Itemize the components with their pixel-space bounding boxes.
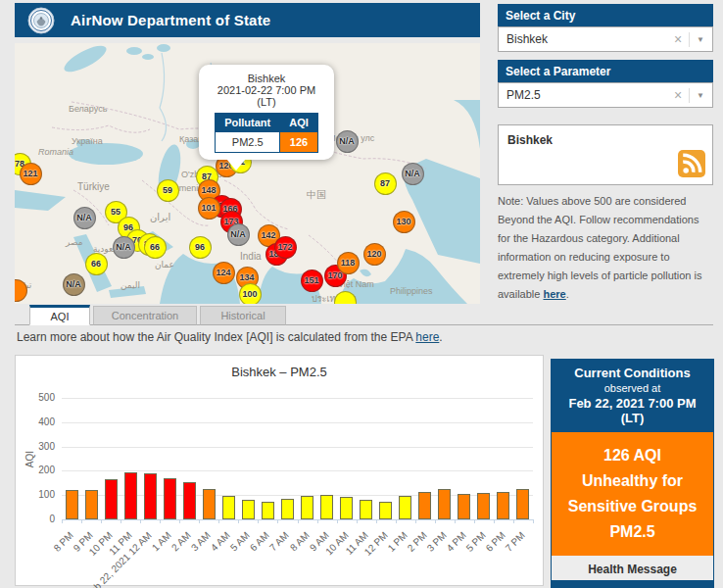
chart-bar[interactable] <box>516 489 529 519</box>
aqi-map[interactable]: БеларусьУкраїнаRomaniaҚазақстанTürkiyeO'… <box>15 43 480 304</box>
chart-bar[interactable] <box>438 489 451 519</box>
cc-pollutant: PM2.5 <box>557 519 707 545</box>
aqi-marker[interactable]: 66 <box>85 253 108 275</box>
popup-datetime: 2021-02-22 7:00 PM <box>203 84 330 96</box>
aqi-marker[interactable]: N/A <box>402 163 424 185</box>
app-title: AirNow Department of State <box>71 12 270 28</box>
x-axis-tick <box>533 519 534 523</box>
aqi-marker[interactable]: 100 <box>239 283 262 305</box>
x-axis-tick <box>277 519 278 523</box>
chart-panel: Bishkek – PM2.5 AQI 01002003004005008 PM… <box>15 355 544 586</box>
aqi-marker[interactable]: 87 <box>374 172 397 195</box>
learn-more: Learn more about how the Air Quality Ind… <box>17 330 443 344</box>
aqi-marker[interactable]: 101 <box>198 197 220 220</box>
cc-footer-bar <box>552 580 713 588</box>
chart-bar[interactable] <box>85 490 98 519</box>
cc-datetime: Feb 22, 2021 7:00 PM (LT) <box>555 396 709 425</box>
divider <box>689 88 690 103</box>
rss-icon[interactable] <box>678 150 705 177</box>
x-axis-tick <box>160 519 161 523</box>
chart-bar[interactable] <box>105 479 118 519</box>
note-link[interactable]: here <box>543 288 565 300</box>
health-message-title: Health Message <box>552 556 713 576</box>
x-axis-tick <box>199 519 200 523</box>
x-axis-tick <box>81 519 82 523</box>
aqi-value-cell: 126 <box>280 132 318 153</box>
popup-timezone: (LT) <box>203 96 330 108</box>
x-axis-tick <box>337 519 338 523</box>
chart-bar[interactable] <box>164 478 176 519</box>
y-axis-tick-label: 500 <box>18 392 55 403</box>
chart-bar[interactable] <box>183 482 196 519</box>
chart-bar[interactable] <box>66 490 78 519</box>
chart-bar[interactable] <box>497 492 509 519</box>
note-text: Note: Values above 500 are considered Be… <box>498 195 702 300</box>
x-axis-tick <box>415 519 416 523</box>
epa-link[interactable]: here <box>415 330 439 344</box>
parameter-select-value: PM2.5 <box>506 88 541 102</box>
tab-aqi[interactable]: AQI <box>29 305 90 325</box>
aqi-marker[interactable]: 121 <box>20 163 42 185</box>
parameter-caret-icon[interactable]: ▼ <box>697 91 704 100</box>
cc-header: Current Conditions observed at Feb 22, 2… <box>552 360 713 432</box>
chart-bar[interactable] <box>301 496 313 519</box>
aqi-marker[interactable]: 172 <box>274 236 297 259</box>
chart-bar[interactable] <box>281 499 294 519</box>
chart-bar[interactable] <box>144 473 157 519</box>
chart-bar[interactable] <box>203 489 216 519</box>
dos-seal-icon <box>27 7 55 34</box>
cc-observed: observed at <box>555 382 709 394</box>
tab-concentration[interactable]: Concentration <box>93 306 197 325</box>
x-axis-tick <box>62 519 63 523</box>
aqi-marker[interactable]: 59 <box>157 179 179 202</box>
cc-category: Unhealthy for Sensitive Groups <box>557 468 707 519</box>
x-axis-tick <box>298 519 299 523</box>
aqi-marker[interactable]: 124 <box>213 262 235 284</box>
chart-bar[interactable] <box>360 500 372 519</box>
chart-bar[interactable] <box>399 496 411 519</box>
city-caret-icon[interactable]: ▼ <box>697 35 704 44</box>
tab-historical[interactable]: Historical <box>200 306 286 325</box>
aqi-marker[interactable]: N/A <box>63 273 85 296</box>
parameter-select[interactable]: PM2.5 × ▼ <box>498 82 713 108</box>
x-axis-tick <box>455 519 456 523</box>
chart-bar[interactable] <box>379 502 392 519</box>
chart-bar[interactable] <box>262 502 274 519</box>
x-axis-tick <box>140 519 141 523</box>
feed-title: Bishkek <box>507 133 553 147</box>
y-axis-tick-label: 200 <box>18 465 55 475</box>
aqi-marker[interactable]: 120 <box>363 243 386 266</box>
learn-more-suffix: . <box>439 330 442 344</box>
aqi-marker[interactable]: N/A <box>336 130 359 153</box>
aqi-marker[interactable]: N/A <box>227 223 250 246</box>
chart-bar[interactable] <box>477 493 490 519</box>
current-conditions-panel: Current Conditions observed at Feb 22, 2… <box>551 359 714 588</box>
chart-bar[interactable] <box>340 497 353 519</box>
aqi-marker[interactable]: 118 <box>337 252 360 274</box>
chart-bar[interactable] <box>320 495 333 519</box>
clear-city-icon[interactable]: × <box>674 32 682 46</box>
select-parameter-header: Select a Parameter <box>498 60 713 82</box>
x-axis-tick <box>376 519 377 523</box>
x-axis-tick <box>513 519 514 523</box>
select-city-header: Select a City <box>498 4 713 26</box>
aqi-marker[interactable]: 66 <box>144 236 167 259</box>
x-axis-tick <box>357 519 358 523</box>
chart-bar[interactable] <box>222 496 235 519</box>
chart-bar[interactable] <box>242 500 255 519</box>
aqi-marker[interactable]: 151 <box>301 270 323 292</box>
chart-bar[interactable] <box>124 472 137 519</box>
aqi-marker[interactable]: 130 <box>393 211 415 233</box>
aqi-marker[interactable]: 96 <box>189 236 212 259</box>
chart-bar[interactable] <box>418 492 431 519</box>
aqi-header-cell: AQI <box>280 114 318 132</box>
app-header: AirNow Department of State <box>15 3 480 37</box>
chart-bar[interactable] <box>458 494 470 519</box>
x-axis-tick <box>435 519 436 523</box>
chart-title: Bishkek – PM2.5 <box>16 365 543 379</box>
aqi-marker[interactable]: N/A <box>73 207 96 229</box>
city-select[interactable]: Bishkek × ▼ <box>498 26 713 52</box>
cc-aqi-block: 126 AQI Unhealthy for Sensitive Groups P… <box>552 432 713 556</box>
clear-parameter-icon[interactable]: × <box>674 88 682 102</box>
aqi-marker[interactable]: N/A <box>113 236 135 259</box>
